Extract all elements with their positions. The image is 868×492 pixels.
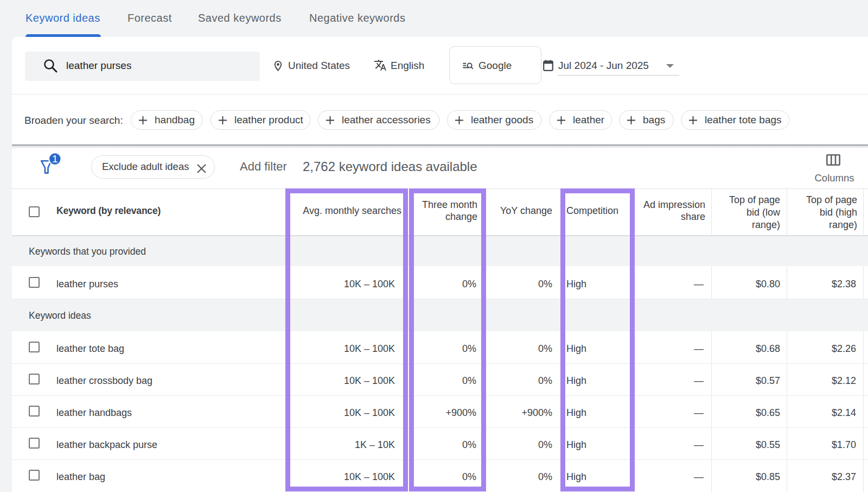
svg-text:1: 1 <box>52 153 58 165</box>
